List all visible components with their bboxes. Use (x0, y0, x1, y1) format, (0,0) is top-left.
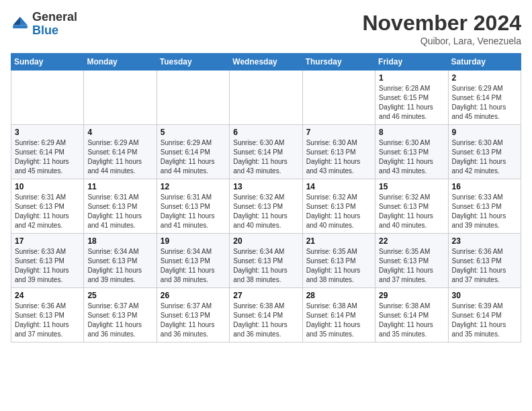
day-info: Sunrise: 6:30 AM Sunset: 6:13 PM Dayligh… (306, 138, 371, 176)
calendar-cell: 9Sunrise: 6:30 AM Sunset: 6:13 PM Daylig… (448, 125, 521, 179)
calendar-cell: 8Sunrise: 6:30 AM Sunset: 6:13 PM Daylig… (375, 125, 448, 179)
calendar-cell: 1Sunrise: 6:28 AM Sunset: 6:15 PM Daylig… (375, 71, 448, 125)
day-info: Sunrise: 6:30 AM Sunset: 6:14 PM Dayligh… (233, 138, 298, 176)
day-number: 21 (306, 236, 371, 246)
weekday-wednesday: Wednesday (230, 54, 302, 71)
calendar-cell: 2Sunrise: 6:29 AM Sunset: 6:14 PM Daylig… (448, 71, 521, 125)
calendar-cell: 4Sunrise: 6:29 AM Sunset: 6:14 PM Daylig… (84, 125, 157, 179)
day-number: 29 (379, 291, 444, 300)
svg-marker-0 (20, 17, 28, 25)
calendar-body: 1Sunrise: 6:28 AM Sunset: 6:15 PM Daylig… (11, 71, 521, 342)
day-number: 5 (161, 128, 226, 137)
day-info: Sunrise: 6:29 AM Sunset: 6:14 PM Dayligh… (87, 138, 152, 176)
calendar-cell: 19Sunrise: 6:34 AM Sunset: 6:13 PM Dayli… (157, 234, 229, 288)
day-info: Sunrise: 6:35 AM Sunset: 6:13 PM Dayligh… (306, 247, 371, 285)
calendar-cell: 12Sunrise: 6:31 AM Sunset: 6:13 PM Dayli… (157, 179, 229, 234)
calendar-cell: 20Sunrise: 6:34 AM Sunset: 6:13 PM Dayli… (230, 234, 302, 288)
day-number: 15 (379, 182, 444, 191)
calendar-cell: 14Sunrise: 6:32 AM Sunset: 6:13 PM Dayli… (302, 179, 375, 234)
day-number: 25 (87, 291, 152, 300)
logo-blue: Blue (32, 24, 77, 38)
logo-text: General Blue (32, 11, 77, 38)
day-info: Sunrise: 6:33 AM Sunset: 6:13 PM Dayligh… (452, 193, 517, 230)
day-info: Sunrise: 6:30 AM Sunset: 6:13 PM Dayligh… (379, 138, 444, 176)
calendar-cell: 21Sunrise: 6:35 AM Sunset: 6:13 PM Dayli… (302, 234, 375, 288)
calendar-cell: 3Sunrise: 6:29 AM Sunset: 6:14 PM Daylig… (11, 125, 84, 179)
day-number: 27 (233, 291, 298, 300)
calendar-cell: 7Sunrise: 6:30 AM Sunset: 6:13 PM Daylig… (302, 125, 375, 179)
day-number: 30 (452, 291, 517, 300)
day-number: 4 (87, 128, 152, 137)
calendar-cell: 5Sunrise: 6:29 AM Sunset: 6:14 PM Daylig… (157, 125, 229, 179)
day-number: 11 (87, 182, 152, 191)
day-info: Sunrise: 6:36 AM Sunset: 6:13 PM Dayligh… (452, 247, 517, 285)
day-number: 28 (306, 291, 371, 300)
calendar-week-1: 1Sunrise: 6:28 AM Sunset: 6:15 PM Daylig… (11, 71, 521, 125)
calendar-cell: 23Sunrise: 6:36 AM Sunset: 6:13 PM Dayli… (448, 234, 521, 288)
day-info: Sunrise: 6:32 AM Sunset: 6:13 PM Dayligh… (379, 193, 444, 230)
day-number: 10 (15, 182, 80, 191)
day-number: 20 (233, 236, 298, 246)
day-number: 1 (379, 73, 444, 83)
day-number: 24 (15, 291, 80, 300)
location: Quibor, Lara, Venezuela (362, 36, 521, 46)
calendar-week-3: 10Sunrise: 6:31 AM Sunset: 6:13 PM Dayli… (11, 179, 521, 234)
calendar-cell (11, 71, 84, 125)
month-title: November 2024 (362, 11, 521, 36)
calendar-cell: 27Sunrise: 6:38 AM Sunset: 6:14 PM Dayli… (230, 288, 302, 342)
day-number: 6 (233, 128, 298, 137)
logo: General Blue (11, 11, 77, 38)
day-number: 23 (452, 236, 517, 246)
calendar-cell: 18Sunrise: 6:34 AM Sunset: 6:13 PM Dayli… (84, 234, 157, 288)
day-number: 14 (306, 182, 371, 191)
title-block: November 2024 Quibor, Lara, Venezuela (362, 11, 521, 46)
day-info: Sunrise: 6:35 AM Sunset: 6:13 PM Dayligh… (379, 247, 444, 285)
day-info: Sunrise: 6:30 AM Sunset: 6:13 PM Dayligh… (452, 138, 517, 176)
calendar-cell (84, 71, 157, 125)
calendar-cell: 15Sunrise: 6:32 AM Sunset: 6:13 PM Dayli… (375, 179, 448, 234)
calendar-cell: 10Sunrise: 6:31 AM Sunset: 6:13 PM Dayli… (11, 179, 84, 234)
calendar-header: SundayMondayTuesdayWednesdayThursdayFrid… (11, 54, 521, 71)
day-info: Sunrise: 6:38 AM Sunset: 6:14 PM Dayligh… (306, 302, 371, 339)
day-info: Sunrise: 6:32 AM Sunset: 6:13 PM Dayligh… (306, 193, 371, 230)
day-number: 13 (233, 182, 298, 191)
logo-general: General (32, 11, 77, 24)
calendar-cell: 11Sunrise: 6:31 AM Sunset: 6:13 PM Dayli… (84, 179, 157, 234)
day-number: 2 (452, 73, 517, 83)
weekday-sunday: Sunday (11, 54, 84, 71)
svg-rect-2 (13, 25, 28, 28)
day-number: 7 (306, 128, 371, 137)
day-info: Sunrise: 6:36 AM Sunset: 6:13 PM Dayligh… (15, 302, 80, 339)
day-number: 12 (161, 182, 226, 191)
day-number: 3 (15, 128, 80, 137)
day-number: 9 (452, 128, 517, 137)
calendar-week-2: 3Sunrise: 6:29 AM Sunset: 6:14 PM Daylig… (11, 125, 521, 179)
day-info: Sunrise: 6:29 AM Sunset: 6:14 PM Dayligh… (452, 84, 517, 122)
page-header: General Blue November 2024 Quibor, Lara,… (11, 11, 521, 46)
day-info: Sunrise: 6:31 AM Sunset: 6:13 PM Dayligh… (15, 193, 80, 230)
day-number: 22 (379, 236, 444, 246)
day-info: Sunrise: 6:29 AM Sunset: 6:14 PM Dayligh… (161, 138, 226, 176)
calendar-cell: 28Sunrise: 6:38 AM Sunset: 6:14 PM Dayli… (302, 288, 375, 342)
weekday-header-row: SundayMondayTuesdayWednesdayThursdayFrid… (11, 54, 521, 71)
day-info: Sunrise: 6:28 AM Sunset: 6:15 PM Dayligh… (379, 84, 444, 122)
day-info: Sunrise: 6:38 AM Sunset: 6:14 PM Dayligh… (379, 302, 444, 339)
weekday-saturday: Saturday (448, 54, 521, 71)
calendar-cell: 13Sunrise: 6:32 AM Sunset: 6:13 PM Dayli… (230, 179, 302, 234)
weekday-tuesday: Tuesday (157, 54, 229, 71)
calendar-cell: 25Sunrise: 6:37 AM Sunset: 6:13 PM Dayli… (84, 288, 157, 342)
day-info: Sunrise: 6:31 AM Sunset: 6:13 PM Dayligh… (161, 193, 226, 230)
day-number: 17 (15, 236, 80, 246)
day-info: Sunrise: 6:32 AM Sunset: 6:13 PM Dayligh… (233, 193, 298, 230)
calendar-cell (157, 71, 229, 125)
calendar-cell (230, 71, 302, 125)
calendar: SundayMondayTuesdayWednesdayThursdayFrid… (11, 53, 521, 342)
svg-marker-1 (13, 17, 20, 25)
day-info: Sunrise: 6:31 AM Sunset: 6:13 PM Dayligh… (87, 193, 152, 230)
weekday-friday: Friday (375, 54, 448, 71)
day-info: Sunrise: 6:38 AM Sunset: 6:14 PM Dayligh… (233, 302, 298, 339)
calendar-cell: 22Sunrise: 6:35 AM Sunset: 6:13 PM Dayli… (375, 234, 448, 288)
calendar-cell (302, 71, 375, 125)
weekday-thursday: Thursday (302, 54, 375, 71)
calendar-week-4: 17Sunrise: 6:33 AM Sunset: 6:13 PM Dayli… (11, 234, 521, 288)
